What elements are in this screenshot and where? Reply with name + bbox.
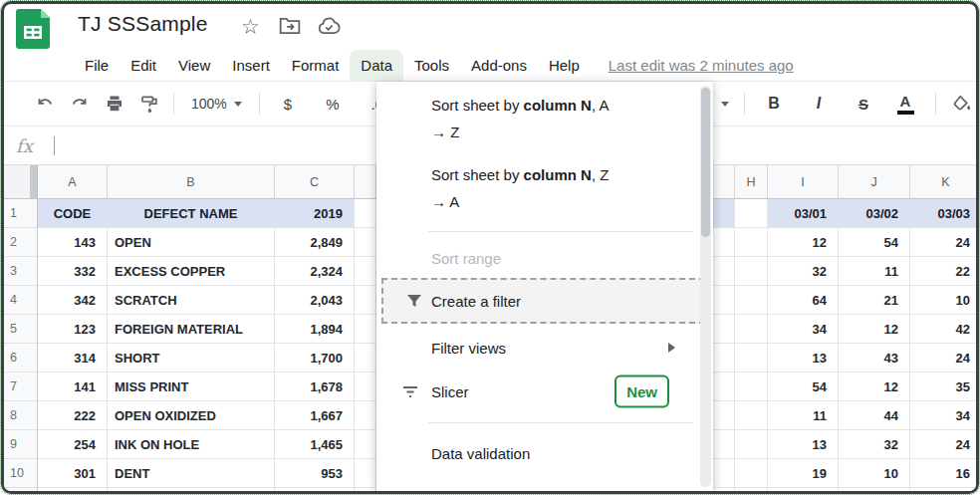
row-header[interactable]: 6 bbox=[4, 344, 38, 372]
cell[interactable]: OPEN OXIDIZED bbox=[108, 401, 275, 430]
cell[interactable] bbox=[713, 459, 735, 488]
column-header[interactable]: B bbox=[108, 165, 275, 199]
cell[interactable] bbox=[713, 344, 735, 372]
cell[interactable]: 1,667 bbox=[275, 401, 355, 430]
cell[interactable]: 143 bbox=[38, 228, 108, 257]
cell[interactable]: 03/02 bbox=[839, 199, 910, 228]
cell[interactable] bbox=[735, 372, 768, 401]
cell[interactable]: INK ON HOLE bbox=[108, 430, 275, 459]
cell[interactable] bbox=[355, 344, 376, 372]
menubar-item-help[interactable]: Help bbox=[538, 50, 591, 81]
cell[interactable]: 2,043 bbox=[275, 286, 355, 315]
cell[interactable] bbox=[355, 459, 376, 488]
menu-item-sort-az[interactable]: Sort sheet by column N, A → Z bbox=[376, 92, 713, 145]
star-icon[interactable]: ☆ bbox=[241, 16, 260, 37]
cell[interactable]: SHORT bbox=[108, 344, 275, 372]
cell[interactable]: 1,700 bbox=[275, 344, 355, 372]
move-folder-icon[interactable] bbox=[279, 16, 301, 36]
cell[interactable] bbox=[735, 430, 768, 459]
format-percent-button[interactable]: % bbox=[322, 90, 344, 118]
cell[interactable]: 2019 bbox=[275, 199, 355, 228]
cell[interactable]: 953 bbox=[275, 459, 355, 488]
cell[interactable]: 254 bbox=[38, 430, 108, 459]
cell[interactable]: 19 bbox=[768, 459, 839, 488]
cell[interactable]: 13 bbox=[768, 344, 839, 372]
column-header[interactable]: C bbox=[275, 165, 355, 199]
cell[interactable]: 24 bbox=[910, 228, 976, 257]
cell[interactable]: 24 bbox=[910, 344, 976, 372]
menu-item-sort-range[interactable]: Sort range bbox=[376, 245, 713, 271]
italic-button[interactable]: I bbox=[808, 90, 830, 118]
format-currency-button[interactable]: $ bbox=[277, 90, 299, 118]
cell[interactable]: 54 bbox=[768, 372, 839, 401]
cell[interactable] bbox=[713, 488, 735, 491]
cell[interactable]: SCRATCH bbox=[108, 286, 275, 315]
row-header[interactable]: 9 bbox=[4, 430, 38, 459]
menubar-item-data[interactable]: Data bbox=[350, 50, 403, 81]
row-header[interactable]: 3 bbox=[4, 257, 38, 286]
cell[interactable]: 44 bbox=[839, 401, 910, 430]
last-edit-status[interactable]: Last edit was 2 minutes ago bbox=[609, 50, 794, 81]
cell[interactable]: 32 bbox=[839, 430, 910, 459]
cell[interactable]: 43 bbox=[839, 344, 910, 372]
cell[interactable]: 34 bbox=[910, 401, 976, 430]
menu-scrollbar[interactable] bbox=[700, 86, 711, 487]
cell[interactable] bbox=[713, 286, 735, 315]
cell[interactable]: 123 bbox=[38, 315, 108, 344]
row-header[interactable]: 7 bbox=[4, 372, 38, 401]
column-header[interactable]: I bbox=[768, 165, 839, 199]
print-button[interactable] bbox=[104, 90, 125, 118]
strikethrough-button[interactable]: S bbox=[853, 90, 874, 118]
text-color-button[interactable]: A bbox=[894, 90, 916, 118]
cell[interactable] bbox=[355, 286, 376, 315]
cell[interactable]: 342 bbox=[38, 286, 108, 315]
cell[interactable] bbox=[275, 488, 355, 491]
cell[interactable]: 12 bbox=[839, 372, 910, 401]
cell[interactable]: 11 bbox=[768, 401, 839, 430]
cell[interactable] bbox=[355, 488, 376, 491]
cell[interactable] bbox=[839, 488, 910, 491]
cell[interactable]: MISS PRINT bbox=[108, 372, 275, 401]
select-all-corner[interactable] bbox=[4, 165, 38, 199]
cell[interactable] bbox=[38, 488, 108, 491]
cell[interactable]: 16 bbox=[910, 459, 976, 488]
cell[interactable] bbox=[355, 257, 376, 286]
cell[interactable]: 1,465 bbox=[275, 430, 355, 459]
cell[interactable]: 42 bbox=[910, 315, 976, 344]
column-header[interactable] bbox=[355, 165, 376, 199]
menubar-item-edit[interactable]: Edit bbox=[120, 50, 167, 81]
menu-item-filter-views[interactable]: Filter views bbox=[376, 334, 713, 362]
cell[interactable] bbox=[355, 228, 376, 257]
cell[interactable]: 35 bbox=[910, 372, 976, 401]
row-header[interactable]: 10 bbox=[4, 459, 38, 488]
cell[interactable] bbox=[355, 401, 376, 430]
cell[interactable]: 11 bbox=[839, 257, 910, 286]
cell[interactable] bbox=[735, 199, 768, 228]
column-header[interactable]: J bbox=[839, 165, 910, 199]
cell[interactable]: 12 bbox=[768, 228, 839, 257]
cell[interactable] bbox=[735, 286, 768, 315]
column-header[interactable]: A bbox=[38, 165, 108, 199]
cell[interactable] bbox=[355, 430, 376, 459]
cell[interactable]: DEFECT NAME bbox=[108, 199, 275, 228]
cell[interactable] bbox=[735, 315, 768, 344]
document-title[interactable]: TJ SSSample bbox=[78, 12, 208, 36]
chevron-down-icon[interactable] bbox=[721, 102, 729, 107]
menubar-item-insert[interactable]: Insert bbox=[221, 50, 281, 81]
cell[interactable] bbox=[713, 228, 735, 257]
cell[interactable]: 2,324 bbox=[275, 257, 355, 286]
cell[interactable]: 10 bbox=[910, 286, 976, 315]
cell[interactable] bbox=[768, 488, 839, 491]
menu-item-sort-za[interactable]: Sort sheet by column N, Z → A bbox=[376, 161, 713, 215]
menu-item-slicer[interactable]: Slicer New bbox=[376, 375, 713, 407]
cell[interactable] bbox=[713, 257, 735, 286]
cell[interactable]: 332 bbox=[38, 257, 108, 286]
menubar-item-file[interactable]: File bbox=[74, 50, 120, 81]
cell[interactable] bbox=[910, 488, 976, 491]
cell[interactable] bbox=[735, 257, 768, 286]
cell[interactable]: 12 bbox=[839, 315, 910, 344]
cell[interactable]: 22 bbox=[910, 257, 976, 286]
column-header[interactable] bbox=[713, 165, 735, 199]
cell[interactable]: 24 bbox=[910, 430, 976, 459]
cell[interactable] bbox=[713, 430, 735, 459]
